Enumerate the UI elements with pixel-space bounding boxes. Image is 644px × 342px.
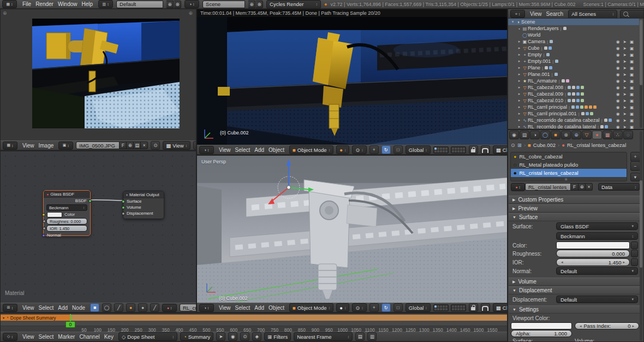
editor-type-button[interactable]: ▦↕ [3,141,17,150]
outliner-item-cube[interactable]: ▸▽Cube|◉➤▣ [508,45,639,51]
expander-icon[interactable]: ▸ [517,118,522,122]
current-frame-badge[interactable]: 0 [65,321,75,328]
outliner-item-rl-armature[interactable]: ▸★RL_Armature|◉➤▣ [508,78,639,84]
pivot-select[interactable]: ⊙↕ [352,303,366,312]
visibility-toggle-icon[interactable]: ◉ [616,92,620,97]
layer-cell[interactable] [434,150,437,152]
menu-object[interactable]: Object [266,304,287,311]
dopesheet-mode-select[interactable]: ◇Dope Sheet↕ [118,332,177,341]
panel-custom-properties[interactable]: ▶Custom Properties [509,196,640,204]
panel-preview[interactable]: ▶Preview [509,204,640,213]
visibility-toggle-icon[interactable]: ◉ [616,66,620,70]
outliner-item-rl-cabezal-008[interactable]: ▸▽RL_cabezal.008|◉➤▣ [508,84,639,91]
editor-type-button[interactable]: ▦↕ [2,0,17,8]
menu-select[interactable]: Select [37,333,56,340]
bsdf-output-socket[interactable] [88,199,92,203]
glass-bsdf-node[interactable]: ●Glass BSDF BSDF Beckmann↕ Color Roughne… [43,190,91,236]
selectability-toggle-icon[interactable]: ➤ [623,72,627,77]
menu-file[interactable]: File [20,1,33,8]
menu-view[interactable]: View [528,10,544,17]
image-editor-canvas[interactable]: ⊕ ⊕ [1,9,196,140]
layer-cell[interactable] [437,148,439,150]
properties-tab-object[interactable]: ■ [551,131,560,139]
selectability-toggle-icon[interactable]: ➤ [623,59,627,64]
list-resize-grip[interactable]: ≡ [565,177,568,182]
editor-type-button[interactable]: ≡↕ [510,10,525,18]
layer-cell[interactable] [452,308,454,310]
image-datablock-icon-button[interactable]: ▣↕ [58,141,73,150]
layer-cell[interactable] [460,150,462,152]
selectability-toggle-icon[interactable]: ➤ [623,92,627,97]
properties-tab-particles[interactable]: ∴ [613,131,623,139]
material-output-node-header[interactable]: ▾Material Output [123,191,164,198]
mode-select[interactable]: ■Object Mode↕ [289,303,333,312]
menu-window[interactable]: Window [56,1,80,8]
renderability-toggle-icon[interactable]: ▣ [630,46,634,51]
lock-icon[interactable] [469,303,478,312]
selectability-toggle-icon[interactable]: ➤ [623,125,627,129]
selectability-toggle-icon[interactable]: ➤ [623,118,627,123]
material-slot-rl-cobre-cabezal[interactable]: ●RL_cobre_cabezal [511,152,627,161]
displacement-select[interactable]: Default▾ [556,296,638,303]
layer-cell[interactable] [457,308,460,310]
layer-cell[interactable] [455,150,457,152]
layer-cell[interactable] [434,305,437,308]
lock-icon[interactable] [469,145,478,154]
viewport-shading-select[interactable]: ●↕ [336,303,349,312]
layer-group[interactable] [433,146,449,154]
selectability-toggle-icon[interactable]: ➤ [623,105,627,110]
slash-icon[interactable]: ╱ [150,303,159,312]
pointer-filter-icon[interactable]: ➤ [216,332,225,341]
roughness-slider[interactable]: 0.000 [556,250,630,257]
outliner-item-rl-carril-principal-001[interactable]: ▸▽RL_carril principal.001|◉➤▣ [508,110,639,117]
shader-type-world-toggle[interactable]: ◯ [102,303,111,312]
normal-input-socket[interactable] [42,234,45,237]
properties-tab-material[interactable]: ● [592,131,602,139]
outliner-item-plane[interactable]: ▸▽Plane|◉➤▣ [508,64,639,71]
visibility-toggle-icon[interactable]: ◉ [616,46,620,51]
summary-toggle[interactable]: ◔Summary [180,332,213,341]
editor-type-button[interactable]: ⊞↕ [3,304,17,312]
snap-element-select[interactable]: ▦Closest↕ [493,303,507,312]
surface-shader-select[interactable]: Glass BSDF▾ [556,222,638,230]
nodetree-icon[interactable]: ⊞ [517,142,522,148]
color-swatch[interactable] [47,212,62,217]
material-datablock-icon-button[interactable]: ●↕ [162,304,177,312]
outliner-item-rl-recorrido-de-catalina-cabezal[interactable]: ▸∿RL_recorrido de catalina cabezal|◉➤▣ [508,117,639,123]
properties-tab-render[interactable]: ◉ [509,131,519,139]
breadcrumb-material[interactable]: RL_cristal lentes_cabezal [567,142,626,148]
viewport-shading-select[interactable]: ●↕ [336,145,349,154]
add-scene-button[interactable]: ⊕ [248,1,255,8]
breadcrumb-object[interactable]: Cube.002 [533,142,556,148]
layer-cell[interactable] [452,305,454,308]
ior-input-socket[interactable] [43,227,46,230]
menu-select[interactable]: Select [233,146,253,154]
render-engine-select[interactable]: Cycles Render↕ [266,0,321,9]
expander-icon[interactable]: ▸ [517,72,522,76]
outliner-search-field[interactable] [620,10,643,19]
renderability-toggle-icon[interactable]: ▣ [630,105,634,110]
surface-input-socket[interactable] [122,200,125,203]
expander-icon[interactable]: ▸ [517,52,522,57]
expander-icon[interactable]: ▸ [517,98,522,103]
unlink-material-button[interactable]: × [586,183,593,191]
selectability-toggle-icon[interactable]: ➤ [623,98,627,103]
layer-grid[interactable] [433,146,466,154]
outliner-item-rl-cabezal-010[interactable]: ▸▽RL_cabezal.010|◉➤▣ [508,97,639,104]
layer-cell[interactable] [457,148,460,150]
expander-icon[interactable]: • [517,27,522,31]
layer-cell[interactable] [440,305,442,308]
manipulator-rotate-toggle[interactable]: ↻ [381,303,391,312]
visibility-toggle-icon[interactable]: ◉ [616,79,620,84]
selectability-toggle-icon[interactable]: ➤ [623,39,627,44]
visibility-toggle-icon[interactable]: ◉ [616,111,620,116]
paste-keyframes-icon[interactable]: ▥ [367,332,377,341]
expander-icon[interactable]: ▸ [517,105,522,109]
visibility-toggle-icon[interactable]: ◉ [616,125,620,129]
menu-view[interactable]: View [217,146,233,154]
roughness-input-socket[interactable] [43,220,46,223]
editor-type-button[interactable]: ◑↕ [199,146,214,154]
outliner-item-rl-recorrido-de-catalina-lateral[interactable]: ▸∿RL_recorrido de catalina lateral|◉➤▣ [508,123,639,129]
renderability-toggle-icon[interactable]: ▣ [630,125,634,129]
layer-cell[interactable] [452,150,454,152]
